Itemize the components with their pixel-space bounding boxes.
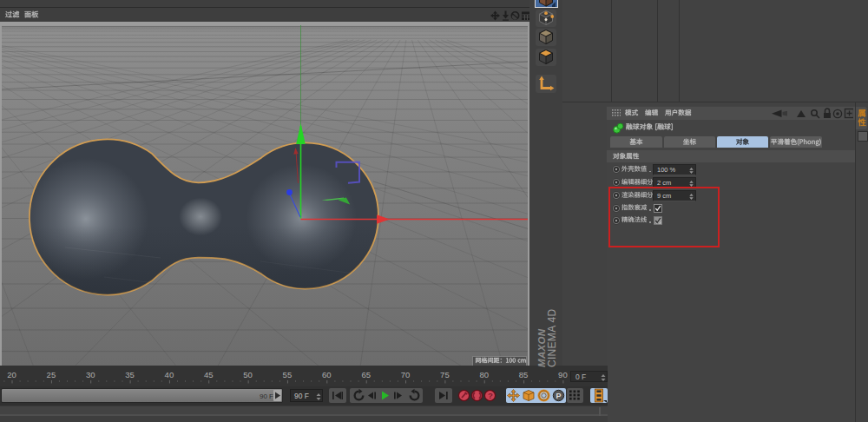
svg-text:?: ? [488, 391, 493, 400]
svg-text:P: P [556, 392, 562, 400]
